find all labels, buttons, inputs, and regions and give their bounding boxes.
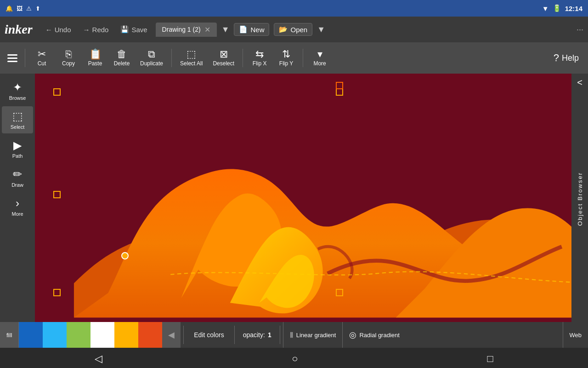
selection-handle-br[interactable]: [336, 289, 343, 296]
color-swatch-cyan[interactable]: [43, 322, 67, 348]
gradient-arrow-icon: ◀: [168, 330, 175, 340]
wifi-icon: ▼: [542, 5, 549, 12]
duplicate-icon: ⧉: [148, 49, 155, 59]
color-swatch-blue[interactable]: [19, 322, 43, 348]
main-layout: ✦ Browse ⬚ Select ▶ Path ✏ Draw › More: [0, 74, 588, 322]
nav-bar: ◁ ○ □: [0, 348, 588, 368]
home-nav-button[interactable]: ○: [283, 349, 307, 368]
toolbar-separator-1: [25, 49, 25, 67]
toolbar-separator-2: [171, 49, 172, 67]
toolbar-separator-3: [243, 49, 243, 67]
status-right: ▼ 🔋 12:14: [542, 4, 582, 12]
radial-gradient-button[interactable]: ◎ Radial gradient: [342, 322, 406, 348]
select-all-icon: ⬚: [187, 49, 196, 59]
more-tools-icon: ▾: [317, 49, 322, 59]
bottom-separator-1: [183, 326, 184, 344]
menu-button[interactable]: [4, 51, 21, 66]
toolbar-separator-4: [303, 49, 303, 67]
delete-button[interactable]: 🗑 Delete: [109, 46, 135, 69]
status-bar: 🔔 🖼 ⚠ ⬆ ▼ 🔋 12:14: [0, 0, 588, 17]
draw-tool[interactable]: ✏ Draw: [2, 164, 33, 191]
help-button[interactable]: ? Help: [548, 50, 584, 66]
opacity-value[interactable]: 1: [268, 331, 271, 339]
redo-button[interactable]: → Redo: [79, 24, 113, 35]
cut-button[interactable]: ✂ Cut: [29, 46, 55, 69]
save-button[interactable]: 💾 Save: [117, 23, 151, 35]
path-icon: ▶: [13, 139, 22, 152]
fill-button[interactable]: fill: [0, 322, 19, 348]
tab-close-button[interactable]: ✕: [204, 25, 210, 34]
linear-gradient-icon: ⦀: [290, 330, 294, 340]
opacity-control: opacity: 1: [237, 331, 277, 339]
new-button[interactable]: 📄 New: [234, 23, 269, 36]
top-bar: inker ← Undo → Redo 💾 Save Drawing 1 (2)…: [0, 17, 588, 42]
save-icon: 💾: [120, 25, 129, 34]
object-browser-title: Object Browser: [577, 172, 583, 226]
color-swatch-red[interactable]: [138, 322, 162, 348]
undo-button[interactable]: ← Undo: [42, 24, 75, 35]
time: 12:14: [565, 5, 582, 12]
more-sidebar-icon: ›: [16, 197, 19, 210]
color-swatch-white[interactable]: [90, 322, 114, 348]
path-tool[interactable]: ▶ Path: [2, 135, 33, 162]
deselect-icon: ⊠: [220, 49, 228, 59]
bottom-separator-3: [280, 326, 280, 344]
canvas-area[interactable]: [35, 74, 571, 322]
flip-x-button[interactable]: ⇆ Flip X: [247, 46, 272, 69]
upload-icon: ⬆: [35, 5, 40, 12]
open-icon: 📂: [279, 25, 288, 34]
selection-handle-tl[interactable]: [53, 88, 61, 96]
browse-icon: ✦: [13, 81, 22, 94]
browse-tool[interactable]: ✦ Browse: [2, 77, 33, 104]
active-tab[interactable]: Drawing 1 (2) ✕: [156, 23, 217, 37]
topbar-more-button[interactable]: ···: [577, 25, 583, 34]
object-browser-panel: < Object Browser ·: [571, 74, 588, 322]
select-icon: ⬚: [12, 110, 23, 123]
flip-y-button[interactable]: ⇅ Flip Y: [273, 46, 299, 69]
color-swatch-amber[interactable]: [114, 322, 138, 348]
gradient-arrow-indicator: ◀: [162, 322, 181, 348]
delete-icon: 🗑: [117, 49, 127, 59]
open-dropdown-button[interactable]: ▼: [317, 25, 325, 34]
duplicate-button[interactable]: ⧉ Duplicate: [136, 46, 168, 69]
flame-svg: [35, 74, 571, 322]
app-logo: inker: [5, 22, 33, 37]
more-tools-button[interactable]: ▾ More: [307, 46, 333, 69]
bottom-bar: fill ◀ Edit colors opacity: 1 ⦀ Linear g…: [0, 322, 588, 348]
more-tools-sidebar[interactable]: › More: [2, 193, 33, 220]
selection-handle-tm[interactable]: [336, 88, 343, 96]
paste-icon: 📋: [89, 49, 102, 59]
tab-dropdown-button[interactable]: ▼: [221, 25, 230, 34]
photo-icon: 🖼: [17, 5, 23, 12]
linear-gradient-button[interactable]: ⦀ Linear gradient: [283, 322, 343, 348]
collapse-panel-button[interactable]: <: [577, 77, 582, 88]
warning-icon: ⚠: [26, 5, 32, 12]
color-swatch-green[interactable]: [67, 322, 90, 348]
control-point[interactable]: [121, 252, 129, 259]
copy-button[interactable]: ⎘ Copy: [56, 46, 81, 69]
edit-colors-button[interactable]: Edit colors: [187, 322, 231, 348]
draw-icon: ✏: [13, 168, 22, 181]
right-panel: < Object Browser ·: [571, 74, 588, 322]
select-tool[interactable]: ⬚ Select: [2, 106, 33, 133]
left-sidebar: ✦ Browse ⬚ Select ▶ Path ✏ Draw › More: [0, 74, 35, 322]
flip-y-icon: ⇅: [282, 49, 290, 59]
recents-nav-button[interactable]: □: [478, 349, 503, 368]
selection-handle-ml[interactable]: [53, 191, 61, 198]
deselect-button[interactable]: ⊠ Deselect: [208, 46, 239, 69]
back-nav-button[interactable]: ◁: [85, 349, 112, 368]
bottom-separator-2: [234, 326, 235, 344]
notification-icon: 🔔: [6, 5, 13, 12]
help-icon: ?: [554, 52, 559, 64]
rotation-handle[interactable]: [336, 82, 343, 89]
flip-x-icon: ⇆: [255, 49, 264, 59]
select-all-button[interactable]: ⬚ Select All: [175, 46, 207, 69]
new-icon: 📄: [239, 25, 248, 34]
undo-arrow-icon: ←: [45, 26, 52, 34]
open-button[interactable]: 📂 Open: [274, 23, 312, 36]
paste-button[interactable]: 📋 Paste: [82, 46, 108, 69]
cut-icon: ✂: [38, 49, 46, 59]
copy-icon: ⎘: [66, 49, 72, 59]
web-button[interactable]: Web: [563, 322, 588, 348]
selection-handle-bl[interactable]: [53, 289, 61, 296]
